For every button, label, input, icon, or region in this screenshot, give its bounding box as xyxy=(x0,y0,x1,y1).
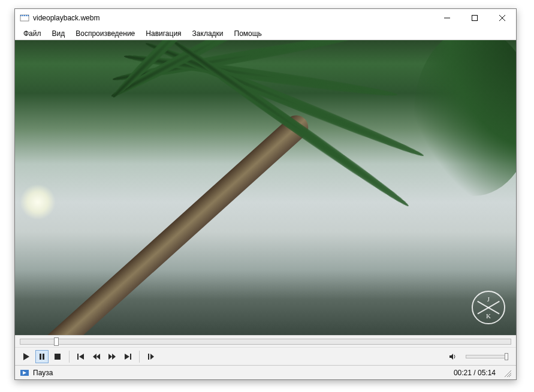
volume-icon[interactable] xyxy=(446,350,460,363)
frame-step-button[interactable] xyxy=(144,350,158,363)
menubar: Файл Вид Воспроизведение Навигация Закла… xyxy=(15,27,516,40)
video-watermark: J K xyxy=(472,291,505,324)
svg-marker-23 xyxy=(150,354,154,360)
skip-back-button[interactable] xyxy=(74,350,88,363)
seek-thumb[interactable] xyxy=(54,337,59,346)
volume-thumb[interactable] xyxy=(505,353,508,360)
volume-slider[interactable] xyxy=(466,355,508,358)
svg-marker-18 xyxy=(108,354,112,360)
rewind-button[interactable] xyxy=(90,350,103,363)
svg-marker-24 xyxy=(449,354,453,360)
svg-rect-21 xyxy=(130,354,131,360)
seek-slider[interactable] xyxy=(20,339,511,345)
svg-rect-11 xyxy=(40,354,41,360)
svg-marker-15 xyxy=(79,354,84,360)
titlebar[interactable]: videoplayback.webm xyxy=(15,9,516,27)
seekbar-row xyxy=(15,335,516,347)
time-display: 00:21 / 05:14 xyxy=(454,369,496,377)
status-icon xyxy=(20,368,29,378)
resize-grip[interactable] xyxy=(503,369,511,377)
play-button[interactable] xyxy=(20,350,33,363)
svg-marker-19 xyxy=(112,354,116,360)
skip-forward-button[interactable] xyxy=(121,350,134,363)
svg-rect-3 xyxy=(23,15,24,16)
svg-rect-4 xyxy=(25,15,26,16)
svg-marker-20 xyxy=(125,354,129,360)
app-icon xyxy=(20,13,29,23)
menu-file[interactable]: Файл xyxy=(19,28,46,39)
svg-rect-12 xyxy=(43,354,44,360)
close-button[interactable] xyxy=(488,9,516,27)
svg-marker-16 xyxy=(93,354,96,360)
menu-view[interactable]: Вид xyxy=(47,28,70,39)
pause-button[interactable] xyxy=(35,350,49,363)
svg-marker-17 xyxy=(96,354,100,360)
svg-rect-13 xyxy=(55,354,61,360)
svg-rect-2 xyxy=(22,15,22,16)
menu-playback[interactable]: Воспроизведение xyxy=(71,28,140,39)
separator xyxy=(139,351,140,363)
player-window: videoplayback.webm Файл Вид Воспроизведе… xyxy=(14,8,517,380)
svg-rect-14 xyxy=(77,354,79,360)
separator xyxy=(69,351,70,363)
minimize-button[interactable] xyxy=(433,9,461,27)
menu-help[interactable]: Помощь xyxy=(230,28,267,39)
forward-button[interactable] xyxy=(105,350,119,363)
maximize-button[interactable] xyxy=(461,9,488,27)
video-viewport[interactable]: J K xyxy=(15,40,516,335)
stop-button[interactable] xyxy=(51,350,64,363)
svg-rect-22 xyxy=(148,354,149,360)
controls-row xyxy=(15,347,516,365)
status-text: Пауза xyxy=(33,369,53,377)
svg-marker-10 xyxy=(23,353,29,360)
menu-navigation[interactable]: Навигация xyxy=(141,28,186,39)
statusbar: Пауза 00:21 / 05:14 xyxy=(15,365,516,379)
svg-rect-7 xyxy=(472,16,478,21)
window-controls xyxy=(433,9,516,27)
window-title: videoplayback.webm xyxy=(33,14,99,22)
menu-bookmarks[interactable]: Закладки xyxy=(188,28,228,39)
svg-rect-5 xyxy=(27,15,28,16)
